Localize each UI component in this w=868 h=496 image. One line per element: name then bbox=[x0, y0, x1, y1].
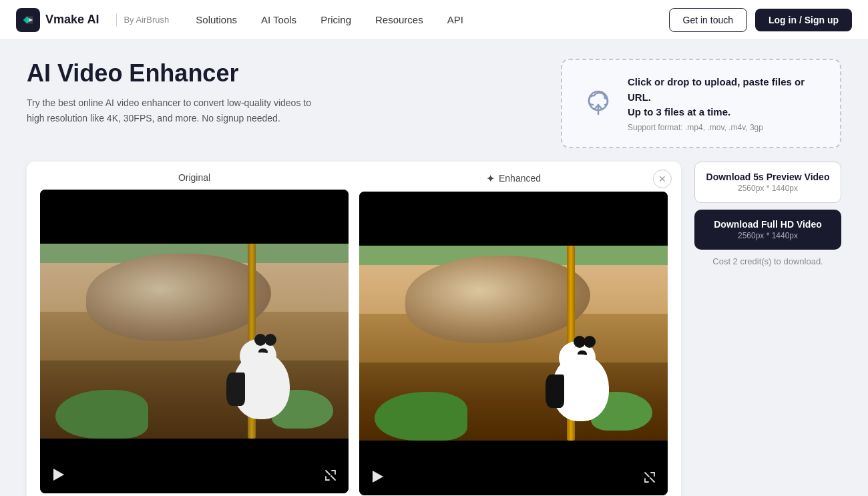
login-button[interactable]: Log in / Sign up bbox=[755, 9, 852, 31]
panda-ear-right-enhanced bbox=[584, 336, 596, 348]
panda-scene-original bbox=[40, 244, 349, 438]
enhanced-video bbox=[359, 192, 668, 495]
nav-api[interactable]: API bbox=[447, 14, 463, 25]
panda-black-left-enhanced bbox=[546, 375, 564, 408]
panda-body bbox=[226, 339, 293, 419]
download-full-label: Download Full HD Video bbox=[702, 219, 833, 230]
rock bbox=[86, 254, 271, 341]
download-panel: Download 5s Preview Video 2560px * 1440p… bbox=[694, 162, 841, 272]
panda-body-enhanced bbox=[546, 341, 612, 421]
foliage bbox=[55, 390, 148, 439]
original-video bbox=[40, 190, 349, 493]
original-video-section: Original bbox=[40, 172, 349, 495]
nav-pricing[interactable]: Pricing bbox=[320, 14, 351, 25]
nav-solutions[interactable]: Solutions bbox=[196, 14, 237, 25]
enhanced-video-section: ✦ ✦ Enhanced Enhanced bbox=[359, 172, 668, 495]
enhanced-play-button[interactable] bbox=[369, 467, 387, 486]
hero-area: AI Video Enhancer Try the best online AI… bbox=[27, 59, 841, 148]
enhanced-expand-button[interactable] bbox=[641, 469, 658, 486]
rock-enhanced bbox=[405, 256, 590, 343]
upload-text: Click or drop to upload, paste files or … bbox=[628, 75, 821, 132]
logo[interactable]: Vmake AI bbox=[16, 8, 99, 32]
panda-black-left bbox=[226, 373, 245, 406]
enhanced-label: ✦ ✦ Enhanced Enhanced bbox=[359, 172, 668, 185]
upload-icon bbox=[581, 86, 616, 121]
get-in-touch-button[interactable]: Get in touch bbox=[669, 8, 748, 32]
download-preview-button[interactable]: Download 5s Preview Video 2560px * 1440p… bbox=[694, 162, 841, 203]
download-full-button[interactable]: Download Full HD Video 2560px * 1440px bbox=[694, 210, 841, 250]
enhanced-video-bg bbox=[359, 192, 668, 495]
panda-scene-enhanced bbox=[359, 246, 668, 440]
download-preview-size: 2560px * 1440px bbox=[703, 184, 833, 193]
upload-main-text: Click or drop to upload, paste files or … bbox=[628, 75, 821, 120]
page-title: AI Video Enhancer bbox=[27, 59, 534, 87]
brand-name: Vmake AI bbox=[45, 13, 99, 27]
nav-resources[interactable]: Resources bbox=[375, 14, 423, 25]
brand-by: By AirBrush bbox=[124, 15, 169, 25]
original-label: Original bbox=[40, 172, 349, 183]
nav-divider bbox=[116, 13, 117, 27]
upload-dropzone[interactable]: Click or drop to upload, paste files or … bbox=[561, 59, 841, 148]
logo-icon bbox=[16, 8, 40, 32]
enhanced-label-display: Enhanced bbox=[499, 173, 541, 184]
nav-ai-tools[interactable]: AI Tools bbox=[261, 14, 296, 25]
nav-links: Solutions AI Tools Pricing Resources API bbox=[196, 14, 668, 25]
upload-sub-text: Support format: .mp4, .mov, .m4v, 3gp bbox=[628, 123, 821, 132]
enhanced-sparkle-icon: ✦ bbox=[486, 172, 495, 185]
navbar: Vmake AI By AirBrush Solutions AI Tools … bbox=[0, 0, 868, 40]
original-video-bg bbox=[40, 190, 349, 493]
comparison-row: ✕ Original bbox=[27, 162, 841, 497]
original-expand-button[interactable] bbox=[322, 467, 339, 484]
foliage-enhanced bbox=[375, 392, 467, 441]
nav-actions: Get in touch Log in / Sign up bbox=[669, 8, 852, 32]
panda-ear-right bbox=[264, 334, 276, 346]
hero-description: Try the best online AI video enhancer to… bbox=[27, 95, 320, 126]
original-play-button[interactable] bbox=[49, 465, 68, 484]
hero-text: AI Video Enhancer Try the best online AI… bbox=[27, 59, 534, 126]
main-content: AI Video Enhancer Try the best online AI… bbox=[0, 40, 868, 496]
comparison-panel: ✕ Original bbox=[27, 162, 681, 497]
download-full-size: 2560px * 1440px bbox=[702, 231, 833, 240]
close-button[interactable]: ✕ bbox=[653, 170, 672, 188]
play-triangle-enhanced-icon bbox=[373, 471, 383, 483]
play-triangle-icon bbox=[53, 469, 64, 481]
download-cost: Cost 2 credit(s) to download. bbox=[694, 256, 841, 266]
download-preview-label: Download 5s Preview Video bbox=[703, 172, 833, 182]
